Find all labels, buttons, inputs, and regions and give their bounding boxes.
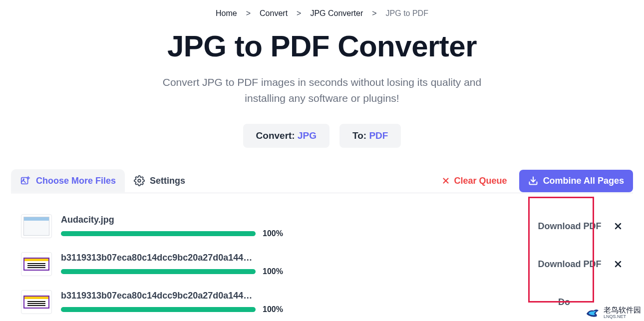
download-pdf-button[interactable]: Download PDF <box>537 221 602 232</box>
breadcrumb-convert[interactable]: Convert <box>260 9 288 18</box>
convert-to-link[interactable]: PDF <box>369 130 388 141</box>
file-row: b3119313b07eca80c14dcc9bc20a27d0a144833.… <box>11 245 633 283</box>
chevron-right-icon: > <box>246 9 251 18</box>
gear-icon <box>134 175 145 186</box>
bird-icon <box>586 307 600 319</box>
file-thumbnail <box>21 290 52 314</box>
close-icon <box>613 221 623 231</box>
convert-from-pill[interactable]: Convert: JPG <box>243 124 329 148</box>
combine-all-pages-button[interactable]: Combine All Pages <box>519 170 633 192</box>
file-row: Audacity.jpg 100% Download PDF <box>11 207 633 245</box>
download-icon <box>528 176 538 186</box>
remove-file-button[interactable] <box>613 221 623 231</box>
progress-bar <box>61 231 256 236</box>
download-pdf-button[interactable]: Download PDF <box>537 259 602 270</box>
progress-percent: 100% <box>263 267 283 276</box>
convert-from-link[interactable]: JPG <box>298 130 317 141</box>
progress-percent: 100% <box>263 229 283 238</box>
close-icon <box>613 259 623 269</box>
convert-to-pill[interactable]: To: PDF <box>339 124 401 148</box>
file-name: b3119313b07eca80c14dcc9bc20a27d0a144833.… <box>61 291 256 301</box>
breadcrumb-home[interactable]: Home <box>216 9 237 18</box>
chevron-right-icon: > <box>297 9 301 18</box>
breadcrumb: Home > Convert > JPG Converter > JPG to … <box>0 9 644 18</box>
add-image-icon <box>20 175 31 186</box>
clear-queue-button[interactable]: Clear Queue <box>441 176 507 186</box>
file-thumbnail <box>21 252 52 276</box>
progress-bar <box>61 269 256 274</box>
file-row: b3119313b07eca80c14dcc9bc20a27d0a144833.… <box>11 283 633 321</box>
svg-point-2 <box>138 179 141 182</box>
breadcrumb-current: JPG to PDF <box>386 9 428 18</box>
tab-settings[interactable]: Settings <box>125 169 194 192</box>
toolbar: Choose More Files Settings Clear Queue C… <box>11 169 633 193</box>
page-subtitle: Convert JPG to PDF images in seconds wit… <box>0 74 644 106</box>
svg-point-1 <box>23 179 24 180</box>
file-thumbnail <box>21 214 52 238</box>
breadcrumb-jpg-converter[interactable]: JPG Converter <box>310 9 363 18</box>
file-list: Audacity.jpg 100% Download PDF b3119313b… <box>11 193 633 321</box>
watermark: 老鸟软件园 LNQS.NET <box>586 306 641 319</box>
file-name: b3119313b07eca80c14dcc9bc20a27d0a144833.… <box>61 253 256 263</box>
chevron-right-icon: > <box>372 9 376 18</box>
file-name: Audacity.jpg <box>61 215 256 225</box>
progress-bar <box>61 307 256 312</box>
remove-file-button[interactable] <box>613 259 623 269</box>
page-title: JPG to PDF Converter <box>0 29 644 63</box>
close-icon <box>441 176 450 185</box>
tab-choose-files[interactable]: Choose More Files <box>11 169 125 192</box>
progress-percent: 100% <box>263 305 283 314</box>
